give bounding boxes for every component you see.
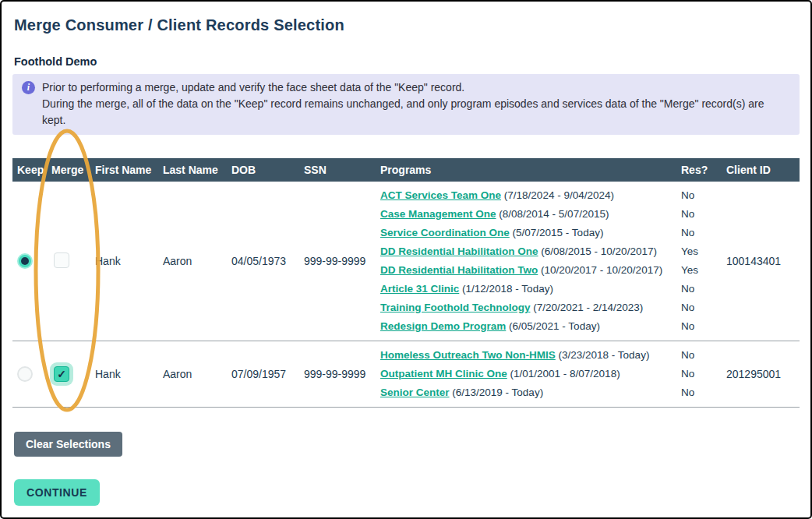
info-box: i Prior to performing a merge, update an… bbox=[12, 74, 800, 135]
program-link[interactable]: Service Coordination One bbox=[380, 227, 510, 238]
header-first-name: First Name bbox=[90, 164, 158, 176]
res-value: Yes bbox=[681, 261, 722, 280]
program-dates: (1/01/2001 - 8/07/2018) bbox=[510, 368, 620, 380]
header-client-id: Client ID bbox=[722, 164, 798, 176]
ssn-cell: 999-99-9999 bbox=[299, 368, 376, 380]
keep-radio[interactable] bbox=[17, 253, 33, 269]
merge-checkbox[interactable]: ✓ bbox=[54, 366, 69, 382]
program-dates: (3/23/2018 - Today) bbox=[559, 349, 650, 361]
merge-cell bbox=[47, 252, 90, 270]
res-value: No bbox=[681, 317, 722, 336]
res-cell: NoNoNoYesYesNoNoNo bbox=[676, 186, 722, 336]
res-value: No bbox=[681, 365, 722, 383]
program-dates: (7/18/2024 - 9/04/2024) bbox=[504, 189, 614, 201]
table-header: Keep Merge First Name Last Name DOB SSN … bbox=[12, 158, 800, 182]
info-text: Prior to performing a merge, update and … bbox=[42, 79, 764, 129]
program-link[interactable]: Outpatient MH Clinic One bbox=[380, 368, 507, 380]
table-row: ✓HankAaron07/09/1957999-99-9999Homeless … bbox=[12, 341, 800, 408]
program-dates: (6/08/2015 - 10/20/2017) bbox=[541, 245, 657, 257]
program-line: Training Foothold Technology (7/20/2021 … bbox=[380, 298, 676, 317]
records-table: Keep Merge First Name Last Name DOB SSN … bbox=[12, 158, 800, 408]
program-link[interactable]: Homeless Outreach Two Non-HMIS bbox=[380, 349, 556, 361]
program-dates: (6/13/2019 - Today) bbox=[452, 387, 543, 398]
program-dates: (7/20/2021 - 2/14/2023) bbox=[533, 302, 643, 313]
header-res: Res? bbox=[676, 164, 722, 176]
res-value: No bbox=[681, 186, 722, 205]
last-name-cell: Aaron bbox=[158, 255, 227, 267]
agency-name: Foothold Demo bbox=[14, 55, 798, 68]
clear-selections-button[interactable]: Clear Selections bbox=[14, 432, 122, 457]
program-line: Homeless Outreach Two Non-HMIS (3/23/201… bbox=[380, 346, 676, 365]
keep-cell bbox=[12, 253, 47, 269]
res-value: No bbox=[681, 205, 722, 224]
program-line: Outpatient MH Clinic One (1/01/2001 - 8/… bbox=[380, 365, 676, 383]
program-link[interactable]: Redesign Demo Program bbox=[380, 320, 506, 332]
merge-records-page: Merge Consumer / Client Records Selectio… bbox=[0, 0, 812, 519]
info-icon: i bbox=[22, 81, 35, 94]
header-merge: Merge bbox=[47, 164, 90, 176]
info-line: During the merge, all of the data on the… bbox=[42, 96, 764, 112]
keep-radio[interactable] bbox=[17, 366, 33, 382]
programs-cell: ACT Services Team One (7/18/2024 - 9/04/… bbox=[376, 186, 676, 336]
res-value: Yes bbox=[681, 242, 722, 261]
program-line: Article 31 Clinic (1/12/2018 - Today) bbox=[380, 280, 676, 298]
program-link[interactable]: DD Residential Habilitation One bbox=[380, 245, 538, 257]
program-line: Service Coordination One (5/07/2015 - To… bbox=[380, 224, 676, 242]
res-value: No bbox=[681, 280, 722, 298]
program-line: DD Residential Habilitation One (6/08/20… bbox=[380, 242, 676, 261]
programs-cell: Homeless Outreach Two Non-HMIS (3/23/201… bbox=[376, 346, 676, 402]
dob-cell: 07/09/1957 bbox=[227, 368, 299, 380]
first-name-cell: Hank bbox=[90, 255, 158, 267]
header-programs: Programs bbox=[376, 164, 676, 176]
res-cell: NoNoNo bbox=[676, 346, 722, 402]
client-id-cell: 100143401 bbox=[722, 255, 798, 267]
continue-button[interactable]: CONTINUE bbox=[14, 479, 100, 506]
program-dates: (1/12/2018 - Today) bbox=[462, 283, 553, 295]
program-line: Senior Center (6/13/2019 - Today) bbox=[380, 383, 676, 402]
program-dates: (8/08/2014 - 5/07/2015) bbox=[499, 208, 609, 220]
ssn-cell: 999-99-9999 bbox=[299, 255, 376, 267]
program-link[interactable]: Article 31 Clinic bbox=[380, 283, 459, 295]
first-name-cell: Hank bbox=[90, 368, 158, 380]
info-line: Prior to performing a merge, update and … bbox=[42, 79, 764, 96]
merge-cell: ✓ bbox=[47, 366, 90, 382]
program-link[interactable]: DD Residential Habilitation Two bbox=[380, 264, 538, 276]
merge-checkbox[interactable] bbox=[54, 252, 69, 268]
info-line: kept. bbox=[42, 112, 764, 129]
dob-cell: 04/05/1973 bbox=[227, 255, 299, 267]
header-dob: DOB bbox=[227, 164, 299, 176]
program-line: Redesign Demo Program (6/05/2021 - Today… bbox=[380, 317, 676, 336]
res-value: No bbox=[681, 383, 722, 402]
last-name-cell: Aaron bbox=[158, 368, 227, 380]
header-ssn: SSN bbox=[299, 164, 376, 176]
res-value: No bbox=[681, 298, 722, 317]
program-line: ACT Services Team One (7/18/2024 - 9/04/… bbox=[380, 186, 676, 205]
program-link[interactable]: Case Management One bbox=[380, 208, 496, 220]
table-row: HankAaron04/05/1973999-99-9999ACT Servic… bbox=[12, 182, 800, 341]
header-keep: Keep bbox=[12, 164, 47, 176]
program-link[interactable]: Senior Center bbox=[380, 387, 450, 398]
program-dates: (5/07/2015 - Today) bbox=[513, 227, 604, 238]
program-line: DD Residential Habilitation Two (10/20/2… bbox=[380, 261, 676, 280]
res-value: No bbox=[681, 346, 722, 365]
program-link[interactable]: ACT Services Team One bbox=[380, 189, 501, 201]
header-last-name: Last Name bbox=[158, 164, 227, 176]
keep-cell bbox=[12, 366, 47, 382]
program-dates: (10/20/2017 - 10/20/2017) bbox=[541, 264, 662, 276]
program-dates: (6/05/2021 - Today) bbox=[509, 320, 600, 332]
page-title: Merge Consumer / Client Records Selectio… bbox=[14, 16, 798, 34]
res-value: No bbox=[681, 224, 722, 242]
table-body: HankAaron04/05/1973999-99-9999ACT Servic… bbox=[12, 182, 800, 408]
client-id-cell: 201295001 bbox=[722, 368, 798, 380]
program-link[interactable]: Training Foothold Technology bbox=[380, 302, 530, 313]
checkmark-icon: ✓ bbox=[57, 369, 66, 380]
program-line: Case Management One (8/08/2014 - 5/07/20… bbox=[380, 205, 676, 224]
